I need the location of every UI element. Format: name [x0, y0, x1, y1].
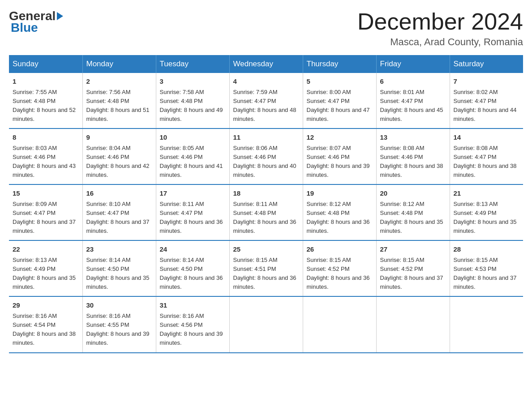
day-info: Sunrise: 8:01 AMSunset: 4:47 PMDaylight:…: [380, 89, 443, 122]
day-number: 23: [86, 244, 152, 255]
day-info: Sunrise: 8:06 AMSunset: 4:46 PMDaylight:…: [233, 145, 296, 178]
day-cell: 14Sunrise: 8:08 AMSunset: 4:47 PMDayligh…: [450, 128, 523, 184]
day-info: Sunrise: 8:07 AMSunset: 4:46 PMDaylight:…: [307, 145, 370, 178]
day-info: Sunrise: 7:55 AMSunset: 4:48 PMDaylight:…: [13, 89, 76, 122]
day-info: Sunrise: 8:15 AMSunset: 4:53 PMDaylight:…: [454, 257, 517, 290]
day-info: Sunrise: 8:04 AMSunset: 4:46 PMDaylight:…: [86, 145, 150, 178]
day-number: 10: [160, 133, 226, 143]
day-cell: 31Sunrise: 8:16 AMSunset: 4:56 PMDayligh…: [156, 296, 229, 352]
day-number: 30: [86, 300, 152, 311]
day-number: 4: [233, 77, 299, 87]
day-cell: 21Sunrise: 8:13 AMSunset: 4:49 PMDayligh…: [450, 184, 523, 240]
header-sunday: Sunday: [9, 55, 82, 73]
day-cell: 18Sunrise: 8:11 AMSunset: 4:48 PMDayligh…: [229, 184, 303, 240]
day-number: 27: [380, 244, 446, 255]
day-cell: 20Sunrise: 8:12 AMSunset: 4:48 PMDayligh…: [376, 184, 450, 240]
day-cell: 24Sunrise: 8:14 AMSunset: 4:50 PMDayligh…: [156, 240, 229, 296]
day-cell: 1Sunrise: 7:55 AMSunset: 4:48 PMDaylight…: [9, 73, 82, 128]
day-cell: 15Sunrise: 8:09 AMSunset: 4:47 PMDayligh…: [9, 184, 82, 240]
day-cell: 22Sunrise: 8:13 AMSunset: 4:49 PMDayligh…: [9, 240, 82, 296]
day-cell: 9Sunrise: 8:04 AMSunset: 4:46 PMDaylight…: [82, 128, 156, 184]
day-number: 24: [160, 244, 226, 255]
day-info: Sunrise: 8:14 AMSunset: 4:50 PMDaylight:…: [160, 257, 223, 290]
week-row-4: 22Sunrise: 8:13 AMSunset: 4:49 PMDayligh…: [9, 240, 523, 296]
header-friday: Friday: [376, 55, 450, 73]
calendar-body: 1Sunrise: 7:55 AMSunset: 4:48 PMDaylight…: [9, 73, 523, 352]
day-info: Sunrise: 8:02 AMSunset: 4:47 PMDaylight:…: [454, 89, 517, 122]
day-cell: 28Sunrise: 8:15 AMSunset: 4:53 PMDayligh…: [450, 240, 523, 296]
day-number: 11: [233, 133, 299, 143]
day-number: 12: [307, 133, 373, 143]
day-cell: 6Sunrise: 8:01 AMSunset: 4:47 PMDaylight…: [376, 73, 450, 128]
header-tuesday: Tuesday: [156, 55, 229, 73]
day-cell: 29Sunrise: 8:16 AMSunset: 4:54 PMDayligh…: [9, 296, 82, 352]
week-row-2: 8Sunrise: 8:03 AMSunset: 4:46 PMDaylight…: [9, 128, 523, 184]
day-info: Sunrise: 8:14 AMSunset: 4:50 PMDaylight:…: [86, 257, 150, 290]
day-cell: 10Sunrise: 8:05 AMSunset: 4:46 PMDayligh…: [156, 128, 229, 184]
day-cell: 26Sunrise: 8:15 AMSunset: 4:52 PMDayligh…: [303, 240, 376, 296]
day-number: 7: [454, 77, 520, 87]
week-row-5: 29Sunrise: 8:16 AMSunset: 4:54 PMDayligh…: [9, 296, 523, 352]
logo-blue-text: Blue: [11, 21, 38, 35]
logo: General Blue: [9, 9, 64, 35]
day-number: 6: [380, 77, 446, 87]
day-info: Sunrise: 8:08 AMSunset: 4:47 PMDaylight:…: [454, 145, 517, 178]
day-number: 1: [13, 77, 79, 87]
day-number: 29: [13, 300, 79, 311]
day-info: Sunrise: 8:11 AMSunset: 4:47 PMDaylight:…: [160, 201, 223, 234]
day-cell: 4Sunrise: 7:59 AMSunset: 4:47 PMDaylight…: [229, 73, 303, 128]
week-row-3: 15Sunrise: 8:09 AMSunset: 4:47 PMDayligh…: [9, 184, 523, 240]
header-wednesday: Wednesday: [229, 55, 303, 73]
day-cell: 11Sunrise: 8:06 AMSunset: 4:46 PMDayligh…: [229, 128, 303, 184]
day-info: Sunrise: 7:56 AMSunset: 4:48 PMDaylight:…: [86, 89, 150, 122]
day-number: 16: [86, 188, 152, 199]
day-cell: [376, 296, 450, 352]
day-info: Sunrise: 8:16 AMSunset: 4:55 PMDaylight:…: [86, 313, 150, 346]
week-row-1: 1Sunrise: 7:55 AMSunset: 4:48 PMDaylight…: [9, 73, 523, 128]
header-monday: Monday: [82, 55, 156, 73]
day-info: Sunrise: 8:00 AMSunset: 4:47 PMDaylight:…: [307, 89, 370, 122]
day-number: 28: [454, 244, 520, 255]
day-info: Sunrise: 8:08 AMSunset: 4:46 PMDaylight:…: [380, 145, 443, 178]
day-info: Sunrise: 8:10 AMSunset: 4:47 PMDaylight:…: [86, 201, 150, 234]
day-info: Sunrise: 8:15 AMSunset: 4:51 PMDaylight:…: [233, 257, 296, 290]
day-number: 2: [86, 77, 152, 87]
day-cell: 2Sunrise: 7:56 AMSunset: 4:48 PMDaylight…: [82, 73, 156, 128]
day-number: 15: [13, 188, 79, 199]
day-cell: 25Sunrise: 8:15 AMSunset: 4:51 PMDayligh…: [229, 240, 303, 296]
day-info: Sunrise: 7:59 AMSunset: 4:47 PMDaylight:…: [233, 89, 296, 122]
day-cell: [303, 296, 376, 352]
day-cell: 3Sunrise: 7:58 AMSunset: 4:48 PMDaylight…: [156, 73, 229, 128]
day-number: 22: [13, 244, 79, 255]
day-info: Sunrise: 8:16 AMSunset: 4:56 PMDaylight:…: [160, 313, 223, 346]
day-number: 18: [233, 188, 299, 199]
day-info: Sunrise: 8:13 AMSunset: 4:49 PMDaylight:…: [13, 257, 76, 290]
day-number: 17: [160, 188, 226, 199]
day-cell: 23Sunrise: 8:14 AMSunset: 4:50 PMDayligh…: [82, 240, 156, 296]
day-cell: [229, 296, 303, 352]
day-number: 20: [380, 188, 446, 199]
calendar-table: SundayMondayTuesdayWednesdayThursdayFrid…: [9, 55, 523, 353]
title-area: December 2024 Masca, Arad County, Romani…: [357, 9, 523, 48]
logo-arrow-icon: [57, 12, 63, 20]
day-number: 14: [454, 133, 520, 143]
location-title: Masca, Arad County, Romania: [357, 36, 523, 48]
day-number: 8: [13, 133, 79, 143]
day-info: Sunrise: 8:12 AMSunset: 4:48 PMDaylight:…: [307, 201, 370, 234]
day-cell: 16Sunrise: 8:10 AMSunset: 4:47 PMDayligh…: [82, 184, 156, 240]
day-cell: 7Sunrise: 8:02 AMSunset: 4:47 PMDaylight…: [450, 73, 523, 128]
day-cell: 8Sunrise: 8:03 AMSunset: 4:46 PMDaylight…: [9, 128, 82, 184]
day-info: Sunrise: 8:09 AMSunset: 4:47 PMDaylight:…: [13, 201, 76, 234]
day-number: 21: [454, 188, 520, 199]
day-info: Sunrise: 8:15 AMSunset: 4:52 PMDaylight:…: [380, 257, 443, 290]
day-cell: 27Sunrise: 8:15 AMSunset: 4:52 PMDayligh…: [376, 240, 450, 296]
day-info: Sunrise: 7:58 AMSunset: 4:48 PMDaylight:…: [160, 89, 223, 122]
day-cell: 5Sunrise: 8:00 AMSunset: 4:47 PMDaylight…: [303, 73, 376, 128]
day-cell: 19Sunrise: 8:12 AMSunset: 4:48 PMDayligh…: [303, 184, 376, 240]
header: General Blue December 2024 Masca, Arad C…: [9, 9, 523, 48]
day-number: 26: [307, 244, 373, 255]
day-cell: 30Sunrise: 8:16 AMSunset: 4:55 PMDayligh…: [82, 296, 156, 352]
day-number: 25: [233, 244, 299, 255]
month-title: December 2024: [357, 9, 523, 34]
day-cell: 13Sunrise: 8:08 AMSunset: 4:46 PMDayligh…: [376, 128, 450, 184]
